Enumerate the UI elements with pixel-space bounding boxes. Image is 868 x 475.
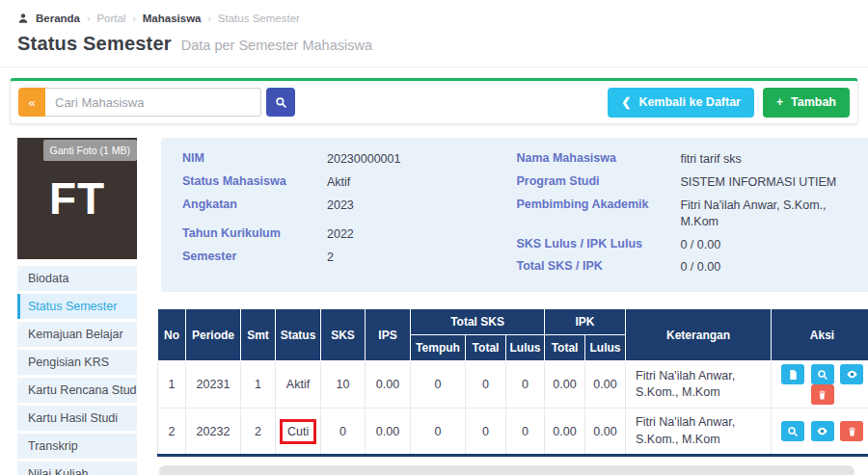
cell-keterangan: Fitri Na'ilah Anwar, S.Kom., M.Kom xyxy=(626,361,772,409)
collapse-button[interactable]: « xyxy=(18,88,45,117)
cell-ips: 0.00 xyxy=(366,409,411,456)
status-annotation-box: Cuti xyxy=(280,419,316,444)
sidebar-item-biodata[interactable]: Biodata xyxy=(17,266,137,291)
breadcrumb-mahasiswa[interactable]: Mahasiswa xyxy=(143,13,202,24)
col-header-total-sks: Total SKS xyxy=(411,309,545,335)
trash-icon xyxy=(847,426,857,437)
sidebar-item-nilai-kuliah[interactable]: Nilai Kuliah xyxy=(17,462,137,475)
student-sidebar: Ganti Foto (1 MB) FT Biodata Status Seme… xyxy=(17,138,137,475)
info-label: Total SKS / IPK xyxy=(516,259,680,276)
zoom-button[interactable] xyxy=(811,364,834,384)
chevron-left-icon: ❮ xyxy=(621,95,631,109)
breadcrumb-separator: › xyxy=(132,13,135,24)
cell-aksi xyxy=(772,361,868,409)
sks-lulus-ipk-lulus-value: 0 / 0.00 xyxy=(680,237,720,253)
col-header-sks-total: Total xyxy=(466,335,506,361)
change-photo-button[interactable]: Ganti Foto (1 MB) xyxy=(43,140,137,161)
col-header-ipk-lulus: Lulus xyxy=(585,335,626,361)
nama-mahasiswa-value: fitri tarif sks xyxy=(680,151,741,168)
cell-sks-total: 0 xyxy=(466,409,506,456)
info-label: NIM xyxy=(182,151,327,168)
view-button[interactable] xyxy=(811,421,834,441)
col-header-smt: Smt xyxy=(241,309,276,361)
col-header-ipk: IPK xyxy=(545,309,626,335)
cell-smt: 1 xyxy=(241,361,276,409)
info-label: Semester xyxy=(182,250,327,266)
col-header-sks: SKS xyxy=(321,309,366,361)
toolbar-card: « ❮ Kembali ke Daftar + Tambah xyxy=(10,78,858,124)
cell-periode: 20231 xyxy=(186,361,241,409)
info-label: Pembimbing Akademik xyxy=(516,198,680,230)
col-header-aksi: Aksi xyxy=(772,309,868,361)
sidebar-item-kartu-rencana-studi[interactable]: Kartu Rencana Studi xyxy=(17,378,137,403)
page-title: Status Semester xyxy=(17,33,172,55)
cell-sks-lulus: 0 xyxy=(506,409,545,456)
info-label: Status Mahasiswa xyxy=(182,174,327,191)
breadcrumb-separator: › xyxy=(208,13,211,24)
cell-sks-tempuh: 0 xyxy=(411,409,466,456)
add-button[interactable]: + Tambah xyxy=(763,88,850,118)
semester-value: 2 xyxy=(327,250,334,266)
breadcrumb: Beranda › Portal › Mahasiswa › Status Se… xyxy=(0,0,868,24)
sidebar-item-status-semester[interactable]: Status Semester xyxy=(17,294,137,319)
sidebar-menu: Biodata Status Semester Kemajuan Belajar… xyxy=(17,266,137,475)
cell-ipk-total: 0.00 xyxy=(545,409,585,456)
angkatan-value: 2023 xyxy=(327,198,354,214)
search-icon xyxy=(817,369,828,381)
info-label: SKS Lulus / IPK Lulus xyxy=(516,237,680,253)
search-input[interactable] xyxy=(45,88,261,117)
sidebar-item-transkrip[interactable]: Transkrip xyxy=(17,434,137,459)
cell-sks: 10 xyxy=(321,361,366,409)
cell-ips: 0.00 xyxy=(366,361,411,409)
plus-icon: + xyxy=(776,95,783,109)
delete-button[interactable] xyxy=(811,384,834,405)
sidebar-item-kemajuan-belajar[interactable]: Kemajuan Belajar xyxy=(17,322,137,347)
breadcrumb-beranda[interactable]: Beranda xyxy=(36,13,80,24)
cell-sks-lulus: 0 xyxy=(506,361,545,409)
cell-periode: 20232 xyxy=(186,409,241,456)
page-subtitle: Data per Semester Mahasiswa xyxy=(181,38,372,53)
trash-icon xyxy=(817,389,827,401)
sidebar-item-pengisian-krs[interactable]: Pengisian KRS xyxy=(17,350,137,375)
sidebar-item-kartu-hasil-studi[interactable]: Kartu Hasil Studi xyxy=(17,406,137,431)
zoom-button[interactable] xyxy=(781,421,804,441)
col-header-sks-lulus: Lulus xyxy=(506,335,545,361)
table-row: 1 20231 1 Aktif 10 0.00 0 0 0 0.00 0.00 … xyxy=(158,361,868,409)
breadcrumb-portal[interactable]: Portal xyxy=(96,13,125,24)
col-header-keterangan: Keterangan xyxy=(626,309,772,361)
nim-value: 20230000001 xyxy=(327,151,400,168)
cell-status: Cuti xyxy=(276,409,321,456)
info-label: Program Studi xyxy=(516,174,680,191)
status-mahasiswa-value: Aktif xyxy=(327,174,350,191)
cell-keterangan: Fitri Na'ilah Anwar, S.Kom., M.Kom xyxy=(626,409,772,456)
cell-ipk-lulus: 0.00 xyxy=(585,409,626,456)
detail-button[interactable] xyxy=(781,364,804,384)
total-sks-ipk-value: 0 / 0.00 xyxy=(680,259,720,276)
cell-ipk-lulus: 0.00 xyxy=(585,361,626,409)
view-button[interactable] xyxy=(840,364,863,384)
header-divider xyxy=(0,66,868,67)
cell-sks-tempuh: 0 xyxy=(411,361,466,409)
cell-sks: 0 xyxy=(321,409,366,456)
status-value: Cuti xyxy=(287,425,309,438)
col-header-tempuh: Tempuh xyxy=(411,335,466,361)
tahun-kurikulum-value: 2022 xyxy=(327,226,354,243)
search-button[interactable] xyxy=(266,88,295,117)
semester-table: No Periode Smt Status SKS IPS Total SKS … xyxy=(157,308,868,457)
back-to-list-button[interactable]: ❮ Kembali ke Daftar xyxy=(608,88,754,118)
horizontal-scrollbar[interactable] xyxy=(159,465,854,475)
user-icon xyxy=(17,13,29,24)
cell-no: 1 xyxy=(158,361,186,409)
eye-icon xyxy=(846,368,858,381)
table-row: 2 20232 2 Cuti 0 0.00 0 0 0 0.00 0.00 Fi… xyxy=(158,409,868,456)
info-label: Angkatan xyxy=(182,198,327,214)
program-studi-value: SISTEM INFORMASI UTIEM xyxy=(680,174,836,191)
col-header-status: Status xyxy=(276,309,321,361)
cell-ipk-total: 0.00 xyxy=(545,361,585,409)
delete-button[interactable] xyxy=(840,421,863,441)
col-header-ipk-total: Total xyxy=(545,335,585,361)
info-label: Nama Mahasiswa xyxy=(516,151,680,168)
col-header-no: No xyxy=(158,309,186,361)
cell-no: 2 xyxy=(158,409,186,456)
photo-initials: FT xyxy=(49,172,105,224)
